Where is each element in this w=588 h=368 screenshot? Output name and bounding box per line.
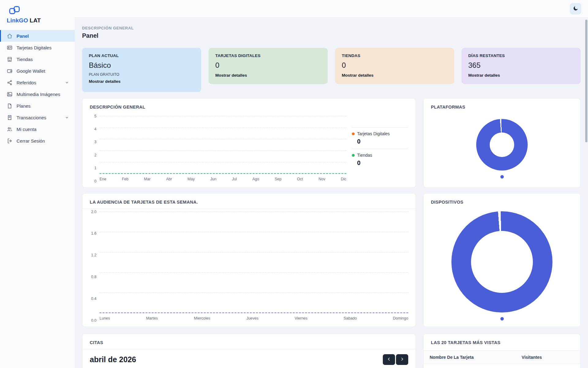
- sidebar-item-cerrar-sesion[interactable]: Cerrar Sesión: [0, 135, 75, 147]
- x-axis-label: Lunes: [100, 316, 110, 320]
- brand-logo[interactable]: LinkGOLAT: [0, 4, 75, 30]
- x-axis-label: Sabado: [344, 316, 357, 320]
- moon-icon: [573, 6, 579, 12]
- legend-value: 0: [357, 138, 408, 145]
- sidebar-item-google-wallet[interactable]: Google Wallet: [0, 65, 75, 77]
- sidebar-item-label: Planes: [17, 103, 31, 109]
- show-details-link[interactable]: Mostrar detalles: [342, 73, 374, 78]
- line-chart-plot: [100, 212, 408, 313]
- x-axis: EneFebMarAbrMayJunJulAgoSepOctNovDic: [100, 177, 346, 181]
- store-icon: [6, 56, 13, 62]
- series-line: [100, 173, 346, 174]
- show-details-link[interactable]: Mostrar detalles: [468, 73, 500, 78]
- brand-name-secondary: LAT: [30, 17, 41, 24]
- chart-gridline: [100, 116, 346, 116]
- sidebar-item-multimedia-imagenes[interactable]: Multimedia Imágenes: [0, 88, 75, 100]
- x-axis-label: Jul: [232, 177, 237, 181]
- x-axis-label: Sep: [275, 177, 281, 181]
- card-title: LAS 20 TARJETAS MÁS VISTAS: [424, 334, 580, 349]
- card-title: LA AUDIENCIA DE TARJETAS DE ESTA SEMANA.: [82, 194, 416, 209]
- x-axis-label: Ene: [100, 177, 106, 181]
- legend-row: Tiendas: [352, 153, 408, 158]
- chart-gridline: [100, 151, 346, 151]
- chart-gridline: [100, 162, 346, 162]
- y-axis-label: 0: [94, 179, 96, 183]
- page-title: Panel: [82, 32, 581, 39]
- sidebar-item-panel[interactable]: Panel: [0, 30, 75, 42]
- y-axis-label: 4: [94, 127, 96, 131]
- donut-legend-dot[interactable]: [500, 317, 504, 320]
- top-cards-card: LAS 20 TARJETAS MÁS VISTAS Nombre De La …: [423, 334, 581, 368]
- chart-gridline: [100, 293, 408, 293]
- calendar-nav: [383, 354, 408, 365]
- platforms-card: PLATAFORMAS: [423, 98, 581, 188]
- image-icon: [6, 91, 13, 97]
- show-details-link[interactable]: Mostrar detalles: [89, 79, 121, 84]
- sidebar-item-referidos[interactable]: Referidos: [0, 77, 75, 88]
- card-title: PLATAFORMAS: [424, 98, 580, 113]
- sidebar-item-planes[interactable]: Planes: [0, 100, 75, 112]
- sidebar: LinkGOLAT Panel Tarjetas Digitales Tiend…: [0, 0, 75, 368]
- sidebar-item-label: Google Wallet: [17, 68, 45, 74]
- stats-row: PLAN ACTUAL Básico PLAN GRATUITO Mostrar…: [82, 48, 581, 92]
- stat-value: 0: [215, 61, 321, 70]
- calendar-prev-button[interactable]: [383, 354, 395, 365]
- brand-logo-icon: [9, 6, 68, 16]
- table-column-header: Visitantes: [522, 355, 574, 360]
- sidebar-item-tarjetas-digitales[interactable]: Tarjetas Digitales: [0, 42, 75, 53]
- stat-value: Básico: [89, 61, 194, 70]
- chart-legend: Tarjetas Digitales0Tiendas0: [351, 116, 408, 181]
- legend-label: Tarjetas Digitales: [357, 131, 390, 136]
- y-axis-label: 2: [94, 153, 96, 157]
- sidebar-item-label: Multimedia Imágenes: [17, 92, 60, 97]
- theme-toggle-button[interactable]: [570, 3, 581, 14]
- breadcrumb: DESCRIPCIÓN GENERAL: [82, 26, 581, 30]
- y-axis: 0.00.40.81.21.62.0: [90, 212, 100, 320]
- stat-card-tiendas: TIENDAS 0 Mostrar detalles: [335, 48, 454, 84]
- x-axis-label: Jun: [210, 177, 217, 181]
- calendar-month-label: abril de 2026: [90, 355, 136, 364]
- receipt-icon: [6, 114, 13, 121]
- y-axis: 012345: [90, 116, 100, 181]
- legend-item[interactable]: Tarjetas Digitales0: [351, 127, 408, 149]
- y-axis-label: 1.2: [91, 253, 96, 257]
- stat-card-plan-actual: PLAN ACTUAL Básico PLAN GRATUITO Mostrar…: [82, 48, 201, 92]
- stat-subtext: PLAN GRATUITO: [89, 72, 194, 77]
- chart-gridline: [100, 252, 408, 252]
- x-axis-label: Oct: [297, 177, 303, 181]
- donut-legend-dot[interactable]: [500, 175, 504, 178]
- show-details-link[interactable]: Mostrar detalles: [215, 73, 247, 78]
- app-window: LinkGOLAT Panel Tarjetas Digitales Tiend…: [0, 0, 588, 368]
- y-axis-label: 0.8: [91, 275, 96, 279]
- chart-gridline: [100, 272, 408, 273]
- y-axis-label: 1.6: [91, 232, 96, 236]
- y-axis-label: 1: [94, 166, 96, 170]
- calendar-next-button[interactable]: [396, 354, 408, 365]
- stat-label: TARJETAS DIGITALES: [215, 53, 321, 58]
- chevron-down-icon: [65, 80, 69, 85]
- x-axis-label: Jueves: [246, 316, 258, 320]
- chevron-down-icon: [65, 115, 69, 120]
- legend-value: 0: [357, 159, 408, 167]
- home-icon: [6, 33, 13, 39]
- stat-label: DÍAS RESTANTES: [468, 53, 574, 58]
- sidebar-item-mi-cuenta[interactable]: Mi cuenta: [0, 123, 75, 135]
- chevron-left-icon: [386, 357, 391, 362]
- card-title: DISPOSITIVOS: [424, 194, 580, 208]
- sidebar-item-label: Panel: [17, 33, 29, 39]
- sidebar-item-tiendas[interactable]: Tiendas: [0, 53, 75, 65]
- chart-gridline: [100, 232, 408, 232]
- x-axis-label: Feb: [122, 177, 129, 181]
- sidebar-item-label: Mi cuenta: [17, 127, 36, 132]
- main-area: DESCRIPCIÓN GENERAL Panel PLAN ACTUAL Bá…: [75, 0, 588, 368]
- legend-label: Tiendas: [357, 153, 372, 158]
- devices-donut-chart: [451, 211, 552, 312]
- sidebar-item-label: Tarjetas Digitales: [17, 45, 51, 50]
- x-axis-label: Domingo: [393, 316, 408, 320]
- chevron-right-icon: [400, 357, 405, 362]
- legend-item[interactable]: Tiendas0: [351, 149, 408, 170]
- sidebar-item-transacciones[interactable]: Transacciones: [0, 112, 75, 123]
- scrollbar[interactable]: [585, 20, 587, 142]
- series-line: [100, 312, 408, 313]
- logout-icon: [6, 138, 13, 144]
